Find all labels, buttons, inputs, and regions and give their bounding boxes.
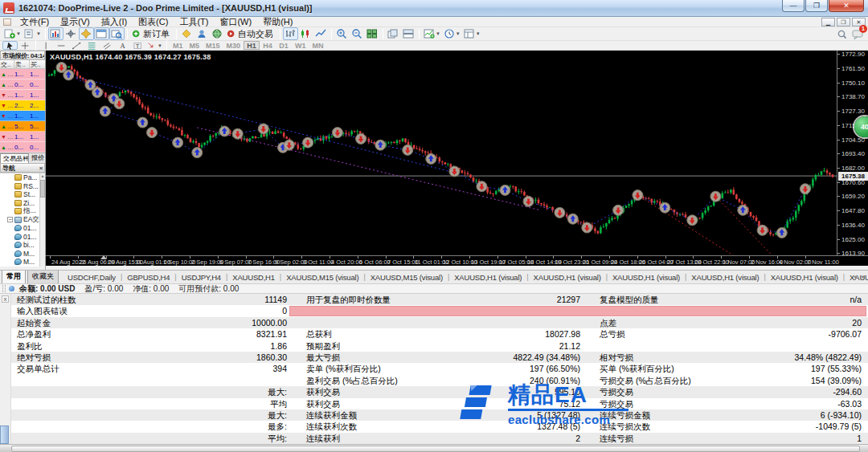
market-watch-row[interactable]: ▲…1...1...	[0, 69, 45, 79]
trade-marker-sell[interactable]	[284, 140, 294, 150]
navigator-item[interactable]: −EA交易	[0, 216, 45, 225]
navigator-item[interactable]: 指...	[0, 207, 45, 216]
trade-marker-buy[interactable]	[63, 70, 74, 80]
timeframe-d1[interactable]: D1	[276, 41, 292, 50]
tile-windows-button[interactable]	[365, 27, 380, 40]
menu-item-0[interactable]: 文件(F)	[14, 17, 55, 27]
mdi-restore-button[interactable]: ❐	[837, 18, 850, 26]
arrows-tool[interactable]: ▼	[145, 41, 164, 50]
line-chart-button[interactable]	[313, 27, 329, 40]
menu-item-1[interactable]: 显示(V)	[55, 17, 96, 27]
trade-marker-sell[interactable]	[633, 190, 643, 201]
zoom-out-button[interactable]	[350, 27, 365, 40]
close-button[interactable]: ✕	[829, 0, 864, 12]
candle-chart-button[interactable]	[298, 27, 313, 40]
trade-marker-sell[interactable]	[303, 137, 313, 148]
tab-scroll-arrows[interactable]: ◂ ▸	[854, 273, 866, 280]
zoom-in-button[interactable]	[334, 27, 350, 40]
market-watch-row[interactable]: ▼…2...2...	[0, 100, 45, 111]
trade-marker-buy[interactable]	[192, 148, 203, 158]
price-axis[interactable]: 1675.38 1772.901761.501750.101738.701727…	[837, 51, 868, 255]
bar-chart-button[interactable]	[283, 27, 298, 40]
trade-marker-sell[interactable]	[710, 191, 721, 202]
trade-marker-sell[interactable]	[114, 99, 125, 109]
horizontal-line-tool[interactable]	[54, 41, 69, 50]
menu-item-4[interactable]: 工具(T)	[174, 17, 214, 27]
new-chart-button[interactable]: ▼	[2, 27, 23, 40]
chart-tab[interactable]: XAUUSD,H1 (visual)	[450, 271, 526, 283]
fibonacci-tool[interactable]	[84, 41, 100, 50]
vertical-scrollbar-remnant[interactable]	[0, 426, 9, 444]
candlestick-chart[interactable]	[46, 51, 837, 255]
trade-marker-buy[interactable]	[776, 227, 787, 238]
menu-item-2[interactable]: 插入(I)	[96, 17, 133, 27]
search-icon[interactable]	[834, 28, 850, 41]
strategy-tester-button[interactable]	[109, 27, 125, 40]
navigator-item[interactable]: M...	[0, 258, 45, 267]
watermark-url[interactable]: eaclubshare.com	[508, 413, 628, 426]
market-watch-button[interactable]	[48, 27, 63, 40]
cursor-tool[interactable]	[2, 41, 18, 50]
cascade-windows-button[interactable]	[386, 27, 401, 40]
market-watch-row[interactable]: ▼…1...1...	[0, 111, 45, 121]
title-bar[interactable]: 1621074: DooPrime-Live 2 - Doo Prime Lim…	[0, 0, 868, 17]
timeframe-h4[interactable]: H4	[260, 41, 276, 50]
trade-marker-buy[interactable]	[738, 205, 748, 215]
maximize-button[interactable]: ❐	[805, 0, 828, 12]
notifications-icon[interactable]: 1	[850, 28, 865, 41]
chart-tab[interactable]: GBPUSD,H4	[123, 271, 174, 283]
chart-tab[interactable]: USDCHF,Daily	[63, 271, 120, 283]
timeframe-m30[interactable]: M30	[223, 41, 244, 50]
navigator-item[interactable]: Zi...	[0, 199, 45, 208]
navigator-button[interactable]	[79, 27, 94, 40]
trade-marker-buy[interactable]	[173, 137, 183, 148]
trade-marker-sell[interactable]	[613, 205, 624, 215]
navigator-item[interactable]: St...	[0, 190, 45, 199]
trade-marker-buy[interactable]	[100, 106, 110, 116]
minimize-button[interactable]: —	[782, 0, 805, 12]
trade-marker-sell[interactable]	[687, 215, 698, 226]
terminal-button[interactable]	[94, 27, 109, 40]
timeframe-m15[interactable]: M15	[203, 41, 223, 50]
trade-marker-sell[interactable]	[147, 128, 158, 138]
vertical-line-tool[interactable]	[39, 41, 54, 50]
navigator-close-icon[interactable]: ×	[39, 165, 43, 172]
trade-marker-buy[interactable]	[567, 214, 578, 224]
trade-marker-buy[interactable]	[426, 153, 436, 164]
trade-marker-buy[interactable]	[219, 126, 230, 136]
trade-marker-sell[interactable]	[332, 128, 342, 138]
templates-button[interactable]: ▼	[462, 27, 482, 40]
panel-tab-favorites[interactable]: 收藏夹	[27, 270, 59, 283]
horizontal-scrollbar[interactable]	[0, 444, 868, 452]
tree-collapse-icon[interactable]: −	[7, 217, 13, 222]
tab-ticks[interactable]: 报价	[29, 153, 45, 163]
navigator-item[interactable]: bi...	[0, 241, 45, 250]
chart-tab[interactable]: XAUUSD,H1 (visual)	[608, 271, 684, 283]
trade-marker-sell[interactable]	[757, 225, 768, 235]
bid-column-header[interactable]: 卖..	[14, 60, 30, 68]
autotrading-button[interactable]: 自动交易	[225, 27, 277, 40]
timeframe-w1[interactable]: W1	[292, 41, 309, 50]
channel-tool[interactable]	[100, 41, 115, 50]
chart-tab[interactable]: XAUUSD,H1 (visual)	[687, 271, 763, 283]
tile-horizontal-button[interactable]	[401, 27, 416, 40]
chart-tab[interactable]: XAUUSD,H1	[228, 271, 279, 283]
chart-tab[interactable]: XAUUSD,H1 (visual)	[767, 271, 842, 283]
trade-marker-sell[interactable]	[356, 133, 366, 144]
community-button[interactable]	[210, 27, 225, 40]
data-window-button[interactable]	[63, 27, 79, 40]
ask-column-header[interactable]: 买..	[30, 60, 46, 68]
chart-tab[interactable]: XAUUSD,M15 (visual)	[366, 271, 447, 283]
trade-marker-sell[interactable]	[258, 124, 268, 134]
timeframe-m5[interactable]: M5	[186, 41, 203, 50]
report-close-icon[interactable]: x	[2, 295, 9, 303]
panel-grip[interactable]	[2, 285, 6, 292]
navigator-item[interactable]: 01...	[0, 233, 45, 242]
navigator-item[interactable]: M...	[0, 250, 45, 259]
time-axis[interactable]: 24 Aug 202226 Aug 06:0029 Aug 15:0031 Au…	[46, 255, 868, 266]
trade-marker-sell[interactable]	[555, 207, 565, 218]
navigator-item[interactable]: RS...	[0, 182, 45, 191]
trade-marker-buy[interactable]	[500, 185, 510, 195]
symbol-column-header[interactable]: 交..	[0, 60, 14, 68]
label-tool[interactable]: T	[130, 41, 145, 50]
